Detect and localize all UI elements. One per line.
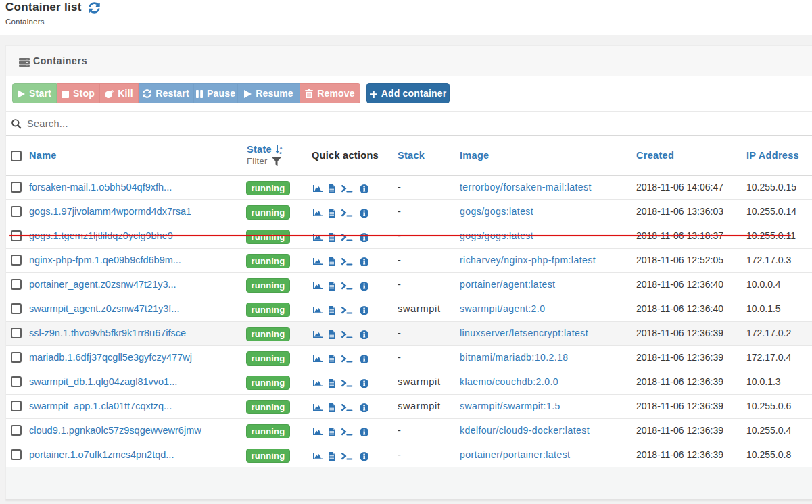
svg-text:A: A: [280, 146, 283, 150]
svg-text:z: z: [280, 151, 282, 154]
